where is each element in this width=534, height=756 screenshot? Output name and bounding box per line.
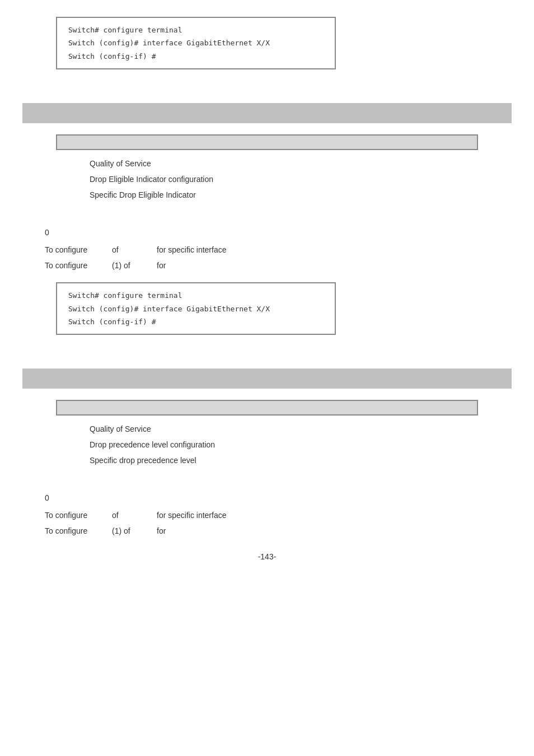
code-line-1: Switch# configure terminal — [68, 24, 324, 36]
section2-description: Quality of Service Drop precedence level… — [90, 421, 512, 468]
section1-config2-desc: for — [157, 261, 166, 270]
section2-desc-line3: Specific drop precedence level — [90, 452, 512, 468]
code-line-2: Switch (config)# interface GigabitEthern… — [68, 36, 324, 49]
section2-config-line1: To configure of for specific interface — [45, 511, 489, 520]
page-number: -143- — [22, 552, 512, 561]
section2-config1-of: of — [112, 511, 146, 520]
section1-config2-to: To configure — [45, 261, 101, 270]
section2-desc-line2: Drop precedence level configuration — [90, 437, 512, 452]
section1-desc-line3: Specific Drop Eligible Indicator — [90, 187, 512, 203]
section1-header-bar — [22, 103, 512, 123]
section1-config-line1: To configure of for specific interface — [45, 245, 489, 254]
section1-config2-of: (1) of — [112, 261, 146, 270]
section2-config1-desc: for specific interface — [157, 511, 227, 520]
section2-value: 0 — [45, 493, 489, 502]
section2-inner-box — [56, 400, 478, 416]
code-line-b2: Switch (config)# interface GigabitEthern… — [68, 302, 324, 315]
section1-config-line2: To configure (1) of for — [45, 261, 489, 270]
section1-config1-of: of — [112, 245, 146, 254]
section2-config2-to: To configure — [45, 526, 101, 535]
section2-config1-to: To configure — [45, 511, 101, 520]
section1-config1-desc: for specific interface — [157, 245, 227, 254]
section2-config2-desc: for — [157, 526, 166, 535]
section1-config1-to: To configure — [45, 245, 101, 254]
section1-inner-box — [56, 134, 478, 150]
section2-desc-line1: Quality of Service — [90, 421, 512, 437]
code-box-bottom-s1: Switch# configure terminal Switch (confi… — [56, 282, 336, 335]
code-line-b3: Switch (config-if) # — [68, 315, 324, 328]
section1-desc-line2: Drop Eligible Indicator configuration — [90, 171, 512, 187]
section1-desc-line1: Quality of Service — [90, 156, 512, 171]
section1-value: 0 — [45, 228, 489, 237]
code-box-top: Switch# configure terminal Switch (confi… — [56, 17, 336, 69]
code-line-3: Switch (config-if) # — [68, 50, 324, 63]
section2-header-bar — [22, 368, 512, 389]
code-line-b1: Switch# configure terminal — [68, 289, 324, 302]
section1-description: Quality of Service Drop Eligible Indicat… — [90, 156, 512, 203]
section2-config-line2: To configure (1) of for — [45, 526, 489, 535]
section2-config2-of: (1) of — [112, 526, 146, 535]
